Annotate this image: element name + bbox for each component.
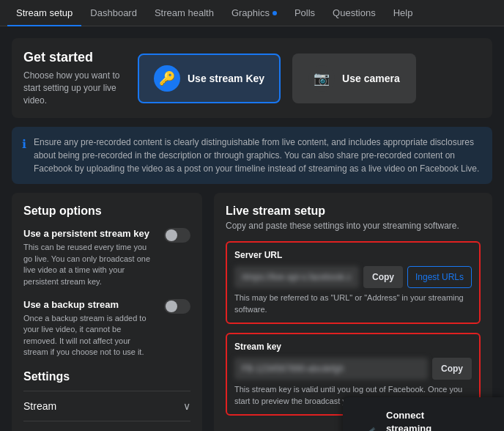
backup-stream-desc: Once a backup stream is added to your li…: [23, 313, 157, 358]
main-wrapper: Get started Choose how you want to start…: [0, 26, 504, 431]
stream-key-row: Copy: [234, 358, 472, 380]
camera-label: Use camera: [342, 73, 400, 84]
server-url-field: Server URL Copy Ingest URLs This may be …: [226, 241, 481, 324]
server-url-note: This may be referred to as "URL" or "Add…: [234, 292, 472, 315]
live-setup-heading: Live stream setup: [226, 205, 481, 218]
stream-chevron-icon: ∨: [183, 400, 190, 412]
settings-section: Settings Stream ∨ Viewing ∨: [23, 370, 190, 431]
nav-stream-setup[interactable]: Stream setup: [7, 0, 81, 26]
tooltip-popup: 📹 Connect streaming software to go live …: [343, 397, 504, 431]
backup-stream-text: Use a backup stream Once a backup stream…: [23, 299, 157, 358]
stream-key-icon: 🔑: [154, 65, 180, 92]
tooltip-video-icon: 📹: [357, 426, 377, 431]
get-started-heading: Get started: [23, 50, 126, 65]
tooltip-text: Connect streaming software to go live: [386, 409, 467, 431]
page-content: Get started Choose how you want to start…: [0, 26, 504, 431]
stream-key-label: Use stream Key: [188, 73, 264, 84]
info-box: ℹ Ensure any pre-recorded content is cle…: [12, 127, 492, 184]
setup-options-section: Setup options Use a persistent stream ke…: [12, 193, 202, 431]
nav-dashboard[interactable]: Dashboard: [81, 0, 146, 26]
stream-key-label: Stream key: [234, 342, 472, 352]
server-url-input[interactable]: [234, 266, 359, 288]
camera-icon: 📷: [308, 65, 335, 92]
live-setup-subtext: Copy and paste these settings into your …: [226, 221, 481, 231]
stream-key-input[interactable]: [234, 358, 428, 380]
persistent-key-title: Use a persistent stream key: [23, 228, 157, 239]
ingest-urls-button[interactable]: Ingest URLs: [407, 266, 472, 288]
nav-questions[interactable]: Questions: [324, 0, 385, 26]
navigation: Stream setup Dashboard Stream health Gra…: [0, 0, 504, 26]
settings-stream-label: Stream: [23, 400, 56, 412]
settings-stream-item[interactable]: Stream ∨: [23, 391, 190, 421]
get-started-section: Get started Choose how you want to start…: [12, 38, 492, 118]
get-started-text: Get started Choose how you want to start…: [23, 50, 126, 106]
persistent-key-toggle[interactable]: [164, 228, 190, 243]
left-column: Setup options Use a persistent stream ke…: [12, 193, 202, 431]
two-column-layout: Setup options Use a persistent stream ke…: [12, 193, 492, 431]
persistent-key-text: Use a persistent stream key This can be …: [23, 228, 157, 287]
server-url-label: Server URL: [234, 250, 472, 260]
setup-options-heading: Setup options: [23, 205, 190, 218]
live-stream-setup-section: Live stream setup Copy and paste these s…: [214, 193, 492, 431]
server-url-row: Copy Ingest URLs: [234, 266, 472, 288]
settings-heading: Settings: [23, 370, 190, 383]
use-camera-option[interactable]: 📷 Use camera: [292, 54, 416, 103]
settings-viewing-item[interactable]: Viewing ∨: [23, 421, 190, 431]
nav-polls[interactable]: Polls: [286, 0, 324, 26]
persistent-key-desc: This can be reused every time you go liv…: [23, 242, 157, 287]
nav-help[interactable]: Help: [385, 0, 422, 26]
info-text: Ensure any pre-recorded content is clear…: [34, 136, 482, 175]
persistent-key-row: Use a persistent stream key This can be …: [23, 228, 190, 287]
use-stream-key-option[interactable]: 🔑 Use stream Key: [138, 54, 281, 103]
backup-stream-title: Use a backup stream: [23, 299, 157, 310]
stream-key-copy-button[interactable]: Copy: [432, 358, 472, 380]
cursor-icon: ☞: [476, 427, 489, 431]
nav-graphics[interactable]: Graphics: [223, 0, 286, 26]
get-started-description: Choose how you want to start setting up …: [23, 70, 126, 106]
nav-stream-health[interactable]: Stream health: [146, 0, 223, 26]
info-icon: ℹ: [22, 137, 26, 151]
backup-stream-row: Use a backup stream Once a backup stream…: [23, 299, 190, 358]
graphics-dot: [273, 11, 277, 15]
backup-stream-toggle[interactable]: [164, 299, 190, 314]
server-url-copy-button[interactable]: Copy: [363, 266, 403, 288]
